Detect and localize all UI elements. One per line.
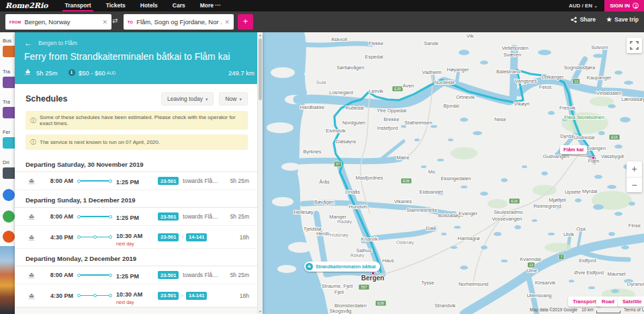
map-label-hamlagrø: Hamlagrø [458,235,480,241]
schedule-row[interactable]: 8:00 AM1:25 PM23-501towards Flåm kai5h 2… [15,266,257,284]
map-label-vangsnes: Vangsnes [515,78,537,84]
leaving-filter-dropdown[interactable]: Leaving today▾ [161,92,214,106]
layer-transport-button[interactable]: Transport [568,297,601,307]
layer-road-button[interactable]: Road [597,297,619,307]
zoom-in-button[interactable]: + [627,161,642,177]
show-more-schedules-button[interactable]: + SHOW MORE SCHEDULES [15,307,257,314]
sidebar-item-Tra-2[interactable]: Tra [3,99,15,118]
from-input[interactable]: Bergen, Norway [24,18,99,26]
nav-item-tickets[interactable]: Tickets [99,0,133,11]
route-number-badge: 14-141 [186,233,207,241]
terms-of-use-link[interactable]: Terms of Use [624,307,644,312]
map-label-balestrand: Balestrand [496,69,520,75]
map-label-brekke: Brekke [383,116,399,122]
svg-text:57: 57 [336,162,340,166]
map-label-mjølfjell: Mjølfjell [549,197,566,203]
sidebar-item-option-7[interactable] [3,229,15,243]
road-badge: E39 [392,86,403,91]
sidebar-item-Fer-3[interactable]: Fer [3,129,15,149]
map-label-nese: Nese [494,116,506,122]
schedule-row[interactable]: 4:30 PM10:30 AMnext day23-501›14-14118h [15,284,257,307]
scroll-up-icon[interactable]: ▲ [258,33,263,37]
schedule-row[interactable]: 8:00 AM1:25 PM23-501towards Flåm kai5h 2… [15,208,257,226]
transport-mode-icon [3,210,15,223]
to-input[interactable]: Flåm, Sogn og Fjordane, Nor ... [136,18,222,26]
map-label-ortnevik: Ortnevik [456,94,475,100]
arrival-time: 10:30 AM [116,291,142,298]
top-nav: Rome2Rio TransportTicketsHotelsCarsMore … [0,0,644,11]
nav-item-hotels[interactable]: Hotels [133,0,165,11]
route-number-badge: 23-501 [158,292,179,300]
sign-in-button[interactable]: SIGN IN [604,0,644,11]
map-label-solvorn: Solvorn [591,44,608,50]
swap-icon[interactable]: ⇄ [112,17,118,24]
clear-from-icon[interactable]: ✕ [102,19,107,26]
currency-language-selector[interactable]: AUD / EN ⌄ [562,0,604,11]
share-icon [571,17,577,23]
add-destination-button[interactable]: + [238,14,253,30]
zoom-out-button[interactable]: − [627,177,642,192]
fullscreen-button[interactable] [627,38,642,53]
bergen-origin-marker[interactable] [371,272,375,275]
sidebar-item-label: Tra [3,69,15,75]
trip-duration: 18h [220,292,249,299]
share-button[interactable]: Share [571,16,596,23]
map-label-leirvik: Leirvik [369,88,383,94]
map-label-vetlefjorden: Vetlefjorden [502,45,528,51]
save-trip-button[interactable]: ★ Save trip [606,16,639,23]
trip-duration: 5h 25m [220,213,249,220]
rome2rio-logo[interactable]: Rome2Rio [0,0,57,11]
map-label-dyranut: Dyranut [627,281,644,287]
scroll-down-icon[interactable]: ▼ [258,309,263,313]
schedule-row[interactable]: 8:00 AM1:25 PM23-501towards Flåm kai5h 2… [15,172,257,190]
scrollbar-thumb[interactable] [259,38,262,100]
layer-satellite-button[interactable]: Satellite [618,297,644,307]
arrival-time: 1:25 PM [116,214,139,221]
svg-text:E16: E16 [511,199,518,203]
back-arrow-icon: ← [24,38,32,48]
back-button[interactable]: ← Bergen to Flåm [24,38,77,48]
route-header: ← Bergen to Flåm Ferry from Strandkaiter… [15,32,263,84]
map-label-lindås: Lindås [345,189,360,195]
page-title: Ferry from Strandkaiterminalen båtkai to… [24,51,230,62]
sidebar-item-Dri-4[interactable]: Dri [3,159,15,179]
map[interactable]: E3957E39E39557E16137E1613 AskvollFlekkeS… [263,32,644,314]
map-label-høyanger: Høyanger [447,67,469,73]
map-label-hardbakke: Hardbakke [300,104,324,110]
nav-item-cars[interactable]: Cars [165,0,193,11]
map-label-skogsvåg: Skogsvåg [330,308,352,314]
sidebar-item-Tra-1[interactable]: Tra [3,69,15,88]
map-label-vikøyri: Vikøyri [514,101,530,107]
arrival-time: 10:30 AM [116,233,142,239]
to-field[interactable]: TO Flåm, Sogn og Fjordane, Nor ... ✕ [124,14,234,30]
time-filter-dropdown[interactable]: Now▾ [219,92,248,106]
map-label-dyrdal: Dyrdal [560,133,575,139]
clear-to-icon[interactable]: ✕ [224,19,230,26]
bergen-photo[interactable] [0,246,15,314]
nav-item-more[interactable]: More ··· [193,0,228,11]
info-icon[interactable]: i [68,69,75,76]
duration: 5h 25m [36,69,58,77]
map-label-vik: Vik [467,33,474,39]
flam-destination-marker[interactable] [592,156,595,159]
sidebar-item-option-6[interactable] [3,208,15,223]
map-label-øvreeidfjord: Øvre Eidfjord [574,270,604,276]
sidebar-item-option-5[interactable] [3,187,15,201]
transport-mode-icon [3,77,15,88]
schedules-heading: Schedules [26,94,68,104]
map-label-vindedalen: Vindedalen [596,90,621,96]
map-label-haus: Haus [382,258,394,264]
strandkaiterminalen-label[interactable]: ⛴ Strandkaiterminalen båtkai [304,262,380,272]
sidebar-item-Bus-0[interactable]: Bus [3,38,15,57]
search-bar: FROM Bergen, Norway ✕ ⇄ TO Flåm, Sogn og… [0,11,644,32]
info-icon: ⓘ [30,116,36,125]
schedule-row[interactable]: 4:30 PM10:30 AMnext day23-501›14-14118h [15,226,257,249]
from-field[interactable]: FROM Bergen, Norway ✕ [5,14,111,30]
panel-scrollbar[interactable]: ▲ ▼ [257,32,263,314]
nav-item-transport[interactable]: Transport [57,0,98,11]
map-label-tysse: Tysse [421,280,434,286]
map-label-flekke: Flekke [369,40,383,46]
breadcrumb: Bergen to Flåm [38,40,77,46]
flam-kai-label[interactable]: Flåm kai [560,145,587,154]
map-label-radøy: Radøy [337,219,352,225]
